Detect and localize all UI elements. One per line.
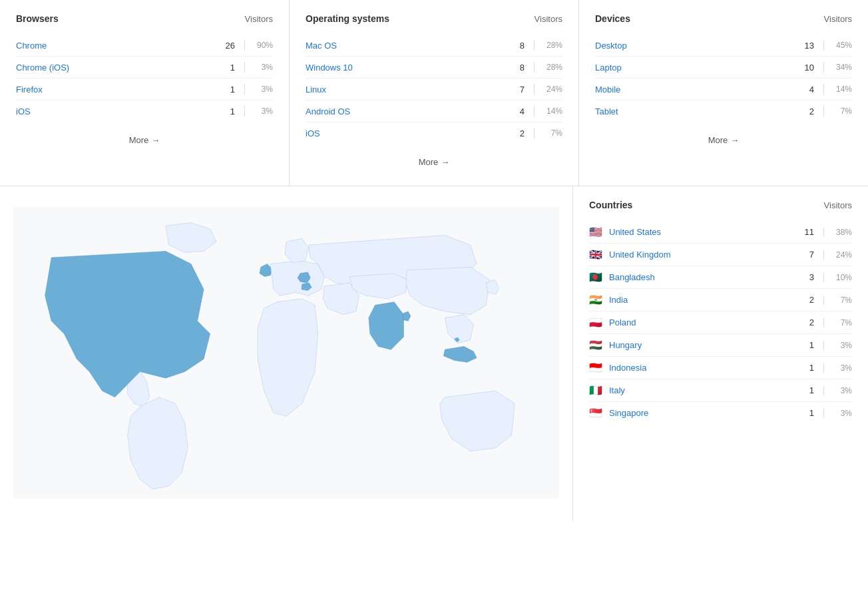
country-percent: 10% bbox=[828, 273, 852, 282]
row-percent: 7% bbox=[539, 128, 562, 138]
row-percent: 45% bbox=[828, 41, 852, 50]
table-row: iOS13% bbox=[16, 100, 273, 122]
country-flag bbox=[589, 341, 602, 350]
row-percent: 90% bbox=[249, 41, 273, 50]
devices-more-link[interactable]: More → bbox=[595, 122, 852, 150]
country-name[interactable]: United States bbox=[609, 227, 798, 237]
row-percent: 14% bbox=[828, 85, 852, 94]
country-name[interactable]: Poland bbox=[609, 317, 798, 327]
country-row: Singapore13% bbox=[589, 402, 852, 424]
browsers-more-link[interactable]: More → bbox=[16, 122, 273, 150]
row-name[interactable]: Chrome bbox=[16, 41, 219, 51]
row-name[interactable]: Laptop bbox=[595, 63, 798, 73]
table-row: Chrome2690% bbox=[16, 35, 273, 57]
country-name[interactable]: Italy bbox=[609, 385, 798, 395]
divider bbox=[823, 250, 824, 260]
row-name[interactable]: Mac OS bbox=[306, 41, 509, 51]
table-row: Desktop1345% bbox=[595, 35, 852, 57]
country-percent: 24% bbox=[828, 250, 852, 260]
divider bbox=[823, 40, 824, 51]
row-name[interactable]: Android OS bbox=[306, 106, 509, 116]
browsers-header: Browsers Visitors bbox=[16, 13, 273, 24]
table-row: Firefox13% bbox=[16, 79, 273, 100]
country-value: 2 bbox=[798, 295, 814, 305]
country-name[interactable]: Singapore bbox=[609, 408, 798, 418]
row-name[interactable]: Chrome (iOS) bbox=[16, 63, 219, 73]
divider bbox=[534, 106, 535, 116]
divider bbox=[244, 106, 245, 116]
row-percent: 3% bbox=[249, 106, 273, 116]
row-name[interactable]: Desktop bbox=[595, 41, 798, 51]
table-row: Linux724% bbox=[306, 79, 562, 100]
country-flag bbox=[589, 250, 602, 260]
country-percent: 38% bbox=[828, 228, 852, 237]
country-value: 1 bbox=[798, 363, 814, 373]
row-value: 13 bbox=[798, 41, 814, 51]
country-row: United States1138% bbox=[589, 221, 852, 244]
os-visitors-label: Visitors bbox=[535, 14, 562, 24]
devices-header: Devices Visitors bbox=[595, 13, 852, 24]
country-name[interactable]: Hungary bbox=[609, 340, 798, 350]
world-map bbox=[0, 186, 572, 521]
row-value: 4 bbox=[798, 85, 814, 95]
row-name[interactable]: Tablet bbox=[595, 106, 798, 116]
row-name[interactable]: Windows 10 bbox=[306, 63, 509, 73]
row-percent: 7% bbox=[828, 106, 852, 116]
country-percent: 7% bbox=[828, 318, 852, 327]
country-flag bbox=[589, 295, 602, 305]
divider bbox=[534, 40, 535, 51]
country-value: 7 bbox=[798, 250, 814, 260]
divider bbox=[823, 295, 824, 305]
divider bbox=[823, 106, 824, 116]
divider bbox=[823, 363, 824, 373]
country-value: 1 bbox=[798, 385, 814, 395]
table-row: Mac OS828% bbox=[306, 35, 562, 57]
countries-title: Countries bbox=[589, 200, 632, 210]
table-row: Mobile414% bbox=[595, 79, 852, 100]
row-value: 10 bbox=[798, 63, 814, 73]
row-percent: 14% bbox=[539, 106, 562, 116]
row-name[interactable]: iOS bbox=[16, 106, 219, 116]
divider bbox=[823, 386, 824, 395]
row-name[interactable]: Firefox bbox=[16, 85, 219, 95]
row-value: 8 bbox=[509, 41, 525, 51]
country-name[interactable]: United Kingdom bbox=[609, 250, 798, 260]
row-percent: 34% bbox=[828, 63, 852, 72]
os-title: Operating systems bbox=[306, 13, 389, 24]
country-name[interactable]: Indonesia bbox=[609, 363, 798, 373]
country-flag bbox=[589, 318, 602, 327]
country-percent: 7% bbox=[828, 295, 852, 305]
devices-title: Devices bbox=[595, 13, 630, 24]
row-name[interactable]: Mobile bbox=[595, 85, 798, 95]
country-value: 2 bbox=[798, 317, 814, 327]
country-row: Bangladesh310% bbox=[589, 266, 852, 289]
countries-panel: Countries Visitors United States1138%Uni… bbox=[572, 186, 868, 521]
devices-visitors-label: Visitors bbox=[824, 14, 852, 24]
os-more-link[interactable]: More → bbox=[306, 144, 562, 172]
divider bbox=[823, 228, 824, 237]
country-value: 3 bbox=[798, 272, 814, 282]
country-name[interactable]: India bbox=[609, 295, 798, 305]
country-percent: 3% bbox=[828, 341, 852, 350]
country-name[interactable]: Bangladesh bbox=[609, 272, 798, 282]
divider bbox=[823, 318, 824, 327]
country-value: 1 bbox=[798, 340, 814, 350]
divider bbox=[534, 128, 535, 138]
country-value: 11 bbox=[798, 227, 814, 237]
row-value: 1 bbox=[219, 63, 235, 73]
divider bbox=[534, 62, 535, 73]
row-percent: 28% bbox=[539, 63, 562, 72]
countries-visitors-label: Visitors bbox=[824, 200, 852, 210]
row-percent: 24% bbox=[539, 85, 562, 94]
divider bbox=[534, 84, 535, 95]
country-flag bbox=[589, 363, 602, 373]
table-row: Laptop1034% bbox=[595, 57, 852, 79]
divider bbox=[823, 84, 824, 95]
row-name[interactable]: Linux bbox=[306, 85, 509, 95]
country-flag bbox=[589, 228, 602, 237]
row-value: 1 bbox=[219, 85, 235, 95]
row-name[interactable]: iOS bbox=[306, 128, 509, 138]
table-row: iOS27% bbox=[306, 122, 562, 144]
country-percent: 3% bbox=[828, 386, 852, 395]
country-row: India27% bbox=[589, 289, 852, 311]
